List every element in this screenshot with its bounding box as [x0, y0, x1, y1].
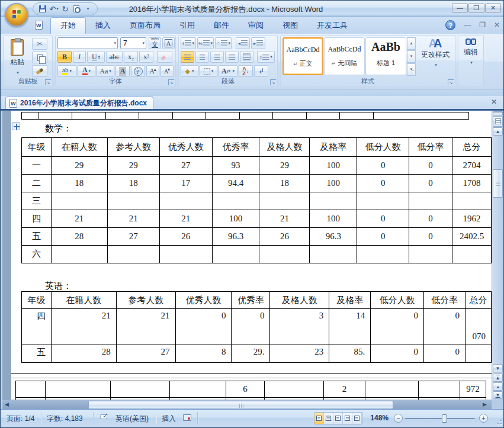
doc-restore-button[interactable]: ❐ — [479, 20, 486, 30]
style-card-正文[interactable]: AaBbCcDd↵ 正文 — [283, 37, 323, 75]
align-left-button[interactable] — [181, 51, 194, 63]
split-handle[interactable]: ⸺ — [493, 111, 503, 115]
character-shading-button[interactable]: A — [115, 65, 130, 77]
insert-mode-status[interactable]: 插入 — [162, 414, 176, 424]
ribbon-tab-邮件[interactable]: 邮件 — [204, 17, 239, 34]
justify-button[interactable] — [225, 51, 239, 63]
page-indicator[interactable]: 页面: 1/4 — [7, 414, 34, 424]
table-move-handle[interactable] — [12, 122, 20, 130]
next-page-button[interactable]: ▼ — [493, 391, 503, 399]
horizontal-scroll-thumb[interactable] — [88, 401, 393, 409]
word-count[interactable]: 字数: 4,183 — [47, 414, 83, 424]
spell-check-status[interactable]: ✓ — [100, 413, 108, 422]
web-layout-view-button[interactable] — [333, 413, 343, 424]
editing-button[interactable]: 编辑 ▾ — [460, 37, 482, 79]
document-close-icon[interactable]: ✕ — [489, 98, 499, 106]
ribbon-tab-引用[interactable]: 引用 — [170, 17, 204, 34]
zoom-level[interactable]: 148% — [370, 414, 389, 422]
styles-more-button[interactable]: ▼̲ — [407, 63, 416, 76]
ruler-toggle-button[interactable] — [493, 116, 503, 127]
style-card-标题 1[interactable]: AaBb标题 1 — [365, 37, 406, 75]
previous-page-button[interactable]: ▲ — [493, 374, 503, 382]
outline-view-button[interactable] — [343, 413, 352, 424]
office-button[interactable] — [5, 3, 28, 27]
decrease-indent-button[interactable]: ◂ — [236, 37, 250, 49]
character-border-button[interactable]: A — [162, 37, 175, 49]
math-table[interactable]: 年级在籍人数参考人数优秀人数优秀率及格人数及格率低分人数低分率总分一292927… — [21, 137, 492, 263]
doc-minimize-button[interactable]: — — [464, 20, 471, 30]
ribbon-tab-视图[interactable]: 视图 — [273, 17, 307, 34]
scroll-left-button[interactable]: ◀ — [5, 401, 9, 407]
document-page[interactable]: 数学： 年级在籍人数参考人数优秀人数优秀率及格人数及格率低分人数低分率总分一29… — [11, 111, 492, 400]
distribute-button[interactable] — [240, 51, 253, 63]
scroll-right-button[interactable]: ▶ — [483, 401, 487, 407]
font-name-combo[interactable]: ▾ — [57, 37, 118, 49]
english-table[interactable]: 年级在籍人数参考人数优秀人数优秀率及格人数及格率低分人数低分率总分四212100… — [21, 291, 492, 363]
scroll-down-button[interactable]: ▼ — [493, 364, 503, 372]
help-button[interactable]: ? — [445, 20, 455, 30]
styles-scroll-up-button[interactable]: ▲ — [407, 37, 416, 50]
styles-scroll-down-button[interactable]: ▼ — [407, 50, 416, 63]
cut-button[interactable]: ✂ — [32, 38, 47, 50]
ribbon-tab-插入[interactable]: 插入 — [86, 17, 120, 34]
shrink-font-button[interactable]: A▾ — [160, 65, 174, 77]
ribbon-tab-开发工具[interactable]: 开发工具 — [307, 17, 357, 34]
borders-button[interactable]: ▾ — [200, 65, 217, 77]
close-button[interactable]: ✕ — [485, 3, 501, 13]
copy-button[interactable] — [32, 52, 47, 63]
bullets-button[interactable]: ⁝▾ — [181, 37, 196, 49]
numbering-button[interactable]: ⅓▾ — [197, 37, 214, 49]
change-case-button[interactable]: Aa▾ — [97, 65, 114, 77]
asian-layout-button[interactable]: A⇄▾ — [219, 65, 237, 77]
select-browse-object-button[interactable]: ● — [493, 382, 503, 391]
minimize-button[interactable]: — — [452, 3, 468, 13]
superscript-button[interactable]: x² — [139, 51, 153, 63]
enclose-characters-button[interactable]: 字 — [131, 65, 145, 77]
doc-close-button[interactable]: ✕ — [494, 20, 500, 30]
scroll-up-button[interactable]: ▲ — [493, 127, 503, 136]
document-tab[interactable]: 2016年小学期末考试质量分析报告.docx — [5, 96, 153, 109]
next-page-table[interactable]: 62972 — [15, 381, 486, 400]
show-marks-button[interactable]: ↲ — [254, 65, 268, 77]
clipboard-dialog-launcher[interactable]: ↘ — [45, 79, 51, 85]
shading-button[interactable]: ◆▾ — [181, 65, 198, 77]
ribbon-tab-开始[interactable]: 开始 — [50, 17, 86, 34]
font-dialog-launcher[interactable]: ↘ — [168, 79, 174, 85]
zoom-out-button[interactable]: − — [394, 414, 403, 423]
zoom-slider-track[interactable] — [405, 418, 475, 419]
language-status[interactable]: 英语(美国) — [115, 414, 149, 424]
line-spacing-button[interactable]: ↕▾ — [257, 51, 275, 63]
ribbon-tab-页面布局[interactable]: 页面布局 — [120, 17, 170, 34]
styles-dialog-launcher[interactable]: ↘ — [448, 79, 454, 85]
zoom-in-button[interactable]: + — [479, 414, 488, 423]
horizontal-scrollbar[interactable]: ◀ ▶ — [2, 400, 492, 409]
draft-view-button[interactable] — [352, 413, 362, 424]
fullscreen-reading-view-button[interactable] — [324, 413, 333, 424]
format-painter-button[interactable] — [32, 65, 47, 77]
grow-font-button[interactable]: A▴ — [146, 65, 159, 77]
align-right-button[interactable] — [210, 51, 224, 63]
resize-grip[interactable] — [495, 417, 502, 424]
increase-indent-button[interactable]: ▸ — [251, 37, 265, 49]
macro-record-button[interactable] — [183, 414, 191, 423]
style-card-无间隔[interactable]: AaBbCcDd↵ 无间隔 — [324, 37, 365, 75]
clear-formatting-button[interactable] — [157, 51, 172, 63]
ribbon-tab-审阅[interactable]: 审阅 — [239, 17, 273, 34]
align-center-button[interactable] — [195, 51, 209, 63]
font-color-button[interactable]: A▾ — [78, 65, 95, 77]
vertical-scrollbar[interactable]: ⸺ ▲ ▼ ▲ ● ▼ — [492, 111, 503, 400]
restore-button[interactable]: ❐ — [468, 3, 484, 13]
paste-button[interactable]: 粘贴 ▾ — [5, 37, 29, 79]
change-styles-button[interactable]: AA 更改样式 ▾ — [418, 37, 453, 79]
underline-button[interactable]: U▾ — [87, 51, 105, 63]
vertical-scroll-thumb[interactable] — [493, 169, 503, 198]
bold-button[interactable]: B — [57, 51, 72, 63]
zoom-slider-thumb[interactable] — [442, 414, 447, 423]
highlight-color-button[interactable]: ab▾ — [57, 65, 76, 77]
print-layout-view-button[interactable] — [314, 413, 324, 424]
strikethrough-button[interactable]: abc — [106, 51, 123, 63]
italic-button[interactable]: I — [73, 51, 86, 63]
sort-button[interactable]: AZ↓ — [239, 65, 253, 77]
font-size-combo[interactable]: 7▾ — [120, 37, 146, 49]
subscript-button[interactable]: x₂ — [124, 51, 138, 63]
